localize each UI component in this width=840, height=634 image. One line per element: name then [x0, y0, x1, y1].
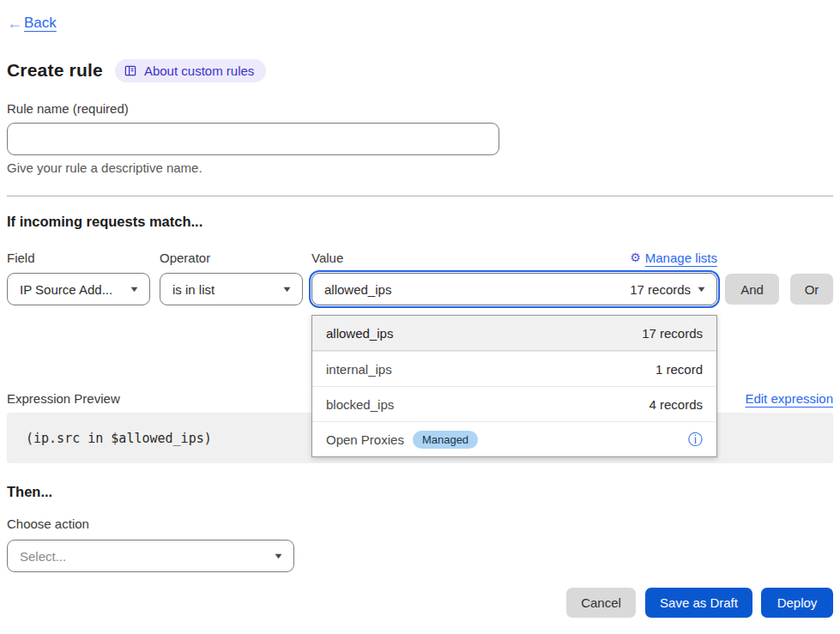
edit-expression-link[interactable]: Edit expression [745, 391, 833, 406]
managed-badge: Managed [413, 431, 478, 449]
value-select-records: 17 records [630, 282, 691, 297]
choose-action-label: Choose action [7, 516, 833, 532]
list-name: internal_ips [326, 362, 392, 377]
then-section-heading: Then... [7, 484, 833, 501]
value-select-value: allowed_ips [324, 282, 391, 297]
value-select[interactable]: allowed_ips 17 records ▼ [311, 273, 717, 305]
field-column: Field IP Source Add... ▼ [7, 231, 150, 305]
manage-lists-label: Manage lists [645, 251, 717, 265]
expression-preview-label: Expression Preview [7, 391, 120, 406]
list-name: allowed_ips [326, 326, 393, 341]
and-or-buttons: And Or [717, 274, 833, 305]
rule-name-helper: Give your rule a descriptive name. [7, 160, 833, 176]
chevron-down-icon: ▼ [129, 285, 140, 293]
footer-actions: Cancel Save as Draft Deploy [7, 588, 833, 618]
operator-column: Operator is in list ▼ [160, 231, 303, 305]
field-label: Field [7, 251, 35, 265]
action-select-placeholder: Select... [20, 549, 66, 564]
field-select[interactable]: IP Source Add... ▼ [7, 273, 150, 305]
list-name: Open Proxies [326, 432, 404, 447]
gear-icon: ⚙ [630, 251, 641, 264]
back-link[interactable]: ← Back [7, 15, 57, 33]
dropdown-item-blocked-ips[interactable]: blocked_ips 4 records [312, 386, 716, 421]
cancel-button[interactable]: Cancel [566, 588, 636, 618]
chevron-down-icon: ▼ [281, 285, 293, 293]
list-records: 1 record [656, 362, 703, 377]
dropdown-item-allowed-ips[interactable]: allowed_ips 17 records [312, 316, 716, 351]
match-section-heading: If incoming requests match... [7, 214, 833, 231]
value-label: Value [311, 251, 343, 265]
back-arrow-icon: ← [7, 15, 22, 33]
list-name: blocked_ips [326, 397, 394, 412]
list-records: 17 records [642, 326, 703, 341]
operator-select-value: is in list [172, 282, 215, 297]
page-title: Create rule [7, 60, 103, 81]
about-badge-label: About custom rules [144, 63, 254, 78]
about-custom-rules-badge[interactable]: About custom rules [115, 59, 266, 82]
dropdown-item-open-proxies[interactable]: Open Proxies Managed ⓘ [312, 421, 716, 456]
list-records: 4 records [649, 397, 703, 412]
value-column: Value ⚙ Manage lists allowed_ips 17 reco… [311, 231, 717, 305]
deploy-button[interactable]: Deploy [761, 588, 833, 618]
field-select-value: IP Source Add... [20, 282, 112, 297]
condition-row: Field IP Source Add... ▼ Operator is in … [7, 231, 833, 305]
or-button[interactable]: Or [790, 274, 833, 305]
info-icon[interactable]: ⓘ [688, 432, 703, 447]
section-divider [7, 196, 833, 196]
chevron-down-icon: ▼ [273, 552, 284, 560]
action-select[interactable]: Select... ▼ [7, 540, 294, 572]
dropdown-item-internal-ips[interactable]: internal_ips 1 record [312, 351, 716, 386]
back-link-label: Back [24, 15, 57, 32]
save-as-draft-button[interactable]: Save as Draft [645, 588, 752, 618]
book-icon [124, 64, 137, 77]
operator-label: Operator [160, 251, 210, 265]
value-dropdown-menu: allowed_ips 17 records internal_ips 1 re… [311, 315, 717, 457]
and-button[interactable]: And [725, 274, 779, 305]
back-row: ← Back [7, 14, 833, 33]
title-row: Create rule About custom rules [7, 58, 833, 82]
expression-code: (ip.src in $allowed_ips) [26, 431, 212, 446]
chevron-down-icon: ▼ [696, 285, 707, 293]
operator-select[interactable]: is in list ▼ [160, 273, 303, 305]
rule-name-input[interactable] [7, 123, 499, 155]
manage-lists-link[interactable]: ⚙ Manage lists [630, 251, 717, 265]
rule-name-label: Rule name (required) [7, 101, 833, 117]
